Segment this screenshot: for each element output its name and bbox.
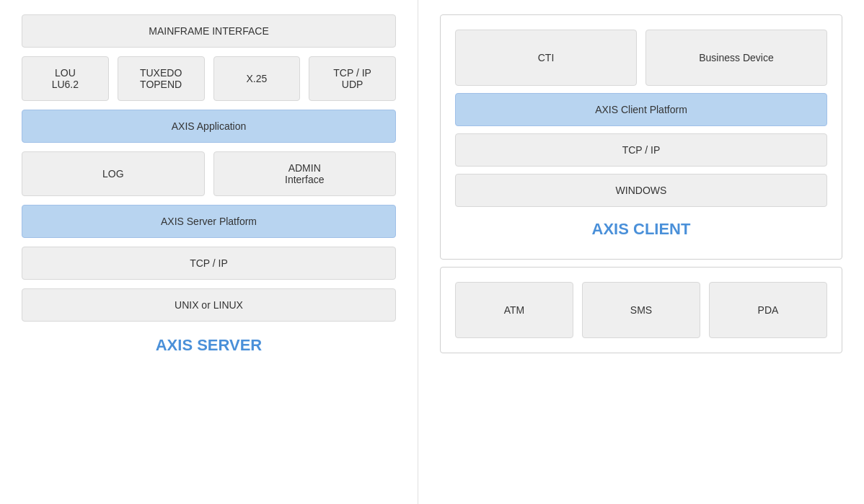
axis-application-box: AXIS Application <box>22 110 396 143</box>
mainframe-interface-label: MAINFRAME INTERFACE <box>149 25 268 37</box>
mainframe-interface-box: MAINFRAME INTERFACE <box>22 14 396 48</box>
axis-server-platform-label: AXIS Server Platform <box>161 216 257 227</box>
log-box: LOG <box>22 151 205 196</box>
axis-client-platform-box: AXIS Client Platform <box>455 93 827 126</box>
left-tcp-ip-box: TCP / IP <box>22 247 396 280</box>
left-tcp-ip-label: TCP / IP <box>190 257 228 269</box>
right-tcp-ip-box: TCP / IP <box>455 133 827 167</box>
atm-label: ATM <box>504 304 525 316</box>
tcp-ip-udp-label: TCP / IPUDP <box>333 67 371 90</box>
tcp-ip-udp-box: TCP / IPUDP <box>309 56 396 101</box>
admin-interface-box: ADMINInterface <box>213 151 397 196</box>
cti-label: CTI <box>538 52 555 63</box>
business-device-box: Business Device <box>645 30 827 86</box>
right-panel: CTI Business Device AXIS Client Platform… <box>418 0 864 504</box>
right-tcp-ip-label: TCP / IP <box>622 144 661 156</box>
log-label: LOG <box>102 168 124 180</box>
atm-box: ATM <box>455 282 573 338</box>
unix-linux-box: UNIX or LINUX <box>22 288 396 322</box>
left-panel: MAINFRAME INTERFACE LOULU6.2 TUXEDOTOPEN… <box>0 0 418 504</box>
right-bottom-section: ATM SMS PDA <box>440 267 842 353</box>
x25-label: X.25 <box>246 73 267 84</box>
tuxedo-topend-box: TUXEDOTOPEND <box>118 56 205 101</box>
cti-box: CTI <box>455 30 637 86</box>
lou-lu62-label: LOULU6.2 <box>52 67 79 90</box>
business-device-label: Business Device <box>699 52 774 63</box>
axis-client-footer: AXIS CLIENT <box>455 214 827 244</box>
x25-box: X.25 <box>213 56 301 101</box>
axis-client-platform-label: AXIS Client Platform <box>595 104 687 115</box>
sms-label: SMS <box>630 304 652 316</box>
connector-row: LOULU6.2 TUXEDOTOPEND X.25 TCP / IPUDP <box>22 56 396 101</box>
admin-interface-label: ADMINInterface <box>285 162 324 185</box>
pda-box: PDA <box>709 282 827 338</box>
sms-box: SMS <box>582 282 700 338</box>
windows-label: WINDOWS <box>616 185 667 196</box>
axis-server-platform-box: AXIS Server Platform <box>22 205 396 238</box>
log-admin-row: LOG ADMINInterface <box>22 151 396 196</box>
axis-server-footer-label: AXIS SERVER <box>156 336 263 354</box>
windows-box: WINDOWS <box>455 174 827 207</box>
pda-label: PDA <box>758 304 779 316</box>
unix-linux-label: UNIX or LINUX <box>175 299 243 311</box>
axis-application-label: AXIS Application <box>172 120 247 132</box>
tuxedo-topend-label: TUXEDOTOPEND <box>140 67 182 90</box>
lou-lu62-box: LOULU6.2 <box>22 56 109 101</box>
axis-server-footer: AXIS SERVER <box>22 330 396 361</box>
cti-business-row: CTI Business Device <box>455 30 827 86</box>
axis-client-footer-label: AXIS CLIENT <box>592 220 691 238</box>
right-top-section: CTI Business Device AXIS Client Platform… <box>440 14 842 260</box>
